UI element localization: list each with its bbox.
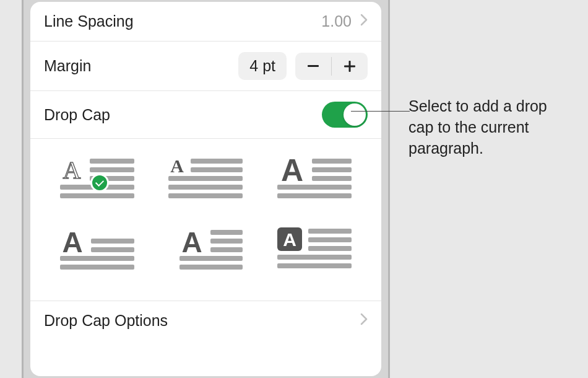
svg-rect-12 [168, 185, 243, 190]
margin-value[interactable]: 4 pt [238, 52, 287, 80]
svg-text:A: A [182, 227, 202, 258]
svg-rect-2 [349, 61, 351, 72]
callout-text: Select to add a drop cap to the current … [409, 96, 576, 159]
drop-cap-label: Drop Cap [44, 106, 110, 124]
svg-rect-11 [168, 176, 243, 181]
svg-text:A: A [171, 157, 184, 176]
svg-rect-0 [308, 65, 319, 67]
svg-rect-4 [90, 167, 134, 172]
text-format-panel: Line Spacing 1.00 Margin 4 pt [30, 2, 381, 376]
margin-increase-button[interactable] [332, 53, 368, 80]
drop-cap-options-label: Drop Cap Options [44, 312, 168, 330]
svg-rect-17 [312, 176, 352, 181]
svg-rect-19 [277, 193, 352, 198]
svg-rect-3 [90, 159, 134, 164]
svg-rect-35 [277, 255, 352, 260]
svg-rect-9 [191, 159, 243, 164]
svg-rect-30 [179, 265, 243, 270]
svg-text:A: A [62, 227, 82, 258]
drop-cap-style-5[interactable]: A [161, 227, 251, 276]
margin-row: Margin 4 pt [30, 42, 381, 91]
svg-rect-16 [312, 167, 352, 172]
svg-rect-13 [168, 193, 243, 198]
line-spacing-value: 1.00 [321, 12, 352, 30]
drop-cap-options-row[interactable]: Drop Cap Options [30, 301, 381, 340]
drop-cap-style-3[interactable]: A [269, 157, 360, 206]
svg-text:A: A [281, 157, 303, 188]
svg-rect-21 [91, 239, 134, 244]
drop-cap-row: Drop Cap [30, 91, 381, 139]
drop-cap-style-6[interactable]: A [269, 227, 360, 276]
svg-rect-26 [210, 230, 243, 235]
drop-cap-toggle[interactable] [322, 102, 368, 128]
svg-rect-32 [308, 229, 352, 234]
drop-cap-style-2[interactable]: A [161, 157, 251, 206]
svg-rect-33 [308, 237, 352, 242]
svg-rect-36 [277, 263, 352, 268]
margin-label: Margin [44, 57, 91, 75]
toggle-thumb [344, 103, 366, 126]
margin-decrease-button[interactable] [295, 53, 331, 80]
callout-line [351, 111, 410, 112]
svg-rect-7 [60, 193, 134, 198]
chevron-right-icon [360, 14, 368, 30]
drop-cap-styles-grid: A A [30, 139, 381, 301]
svg-rect-10 [191, 167, 243, 172]
drop-cap-style-1[interactable]: A [52, 157, 142, 206]
drop-cap-style-4[interactable]: A [52, 227, 142, 276]
svg-rect-22 [91, 247, 134, 252]
chevron-right-icon [360, 313, 368, 329]
svg-rect-27 [210, 239, 243, 244]
svg-text:A: A [283, 229, 296, 250]
line-spacing-label: Line Spacing [44, 12, 134, 30]
svg-rect-34 [308, 246, 352, 251]
svg-rect-24 [60, 265, 134, 270]
checkmark-icon [90, 174, 109, 192]
margin-stepper [295, 53, 368, 80]
svg-rect-28 [210, 247, 243, 252]
svg-text:A: A [63, 157, 80, 184]
svg-rect-15 [312, 159, 352, 164]
line-spacing-row[interactable]: Line Spacing 1.00 [30, 2, 381, 42]
